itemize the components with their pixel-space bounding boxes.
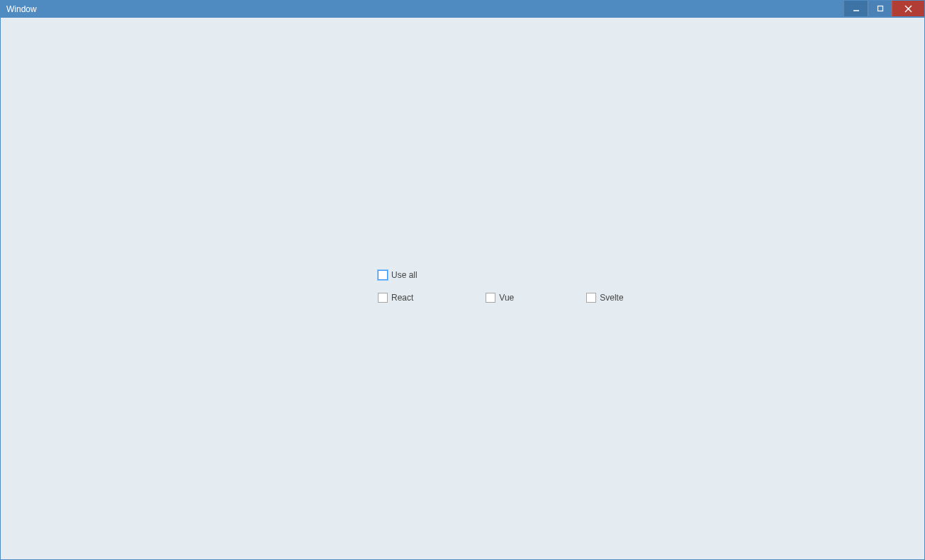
checkbox-use-all[interactable]: Use all: [378, 270, 417, 280]
close-button[interactable]: [892, 1, 924, 16]
checkbox-box-icon: [586, 293, 596, 303]
checkbox-react[interactable]: React: [378, 293, 413, 303]
checkbox-box-icon: [378, 293, 388, 303]
svg-rect-1: [878, 6, 882, 11]
checkbox-label: Svelte: [600, 293, 623, 303]
checkbox-label: Use all: [391, 270, 417, 280]
window-content: Use all React Vue Svelte: [1, 18, 924, 559]
checkbox-group: Use all React Vue Svelte: [378, 270, 624, 303]
close-icon: [904, 5, 912, 13]
maximize-icon: [877, 5, 884, 12]
checkbox-label: React: [391, 293, 413, 303]
maximize-button[interactable]: [868, 1, 892, 16]
titlebar[interactable]: Window: [1, 1, 924, 18]
application-window: Window: [0, 0, 925, 560]
window-title: Window: [6, 4, 37, 14]
minimize-button[interactable]: [843, 1, 868, 16]
checkbox-vue[interactable]: Vue: [486, 293, 514, 303]
window-controls: [843, 1, 924, 18]
checkbox-svelte[interactable]: Svelte: [586, 293, 623, 303]
checkbox-label: Vue: [499, 293, 514, 303]
minimize-icon: [853, 5, 860, 12]
checkbox-box-icon: [378, 270, 388, 280]
checkbox-box-icon: [486, 293, 495, 303]
